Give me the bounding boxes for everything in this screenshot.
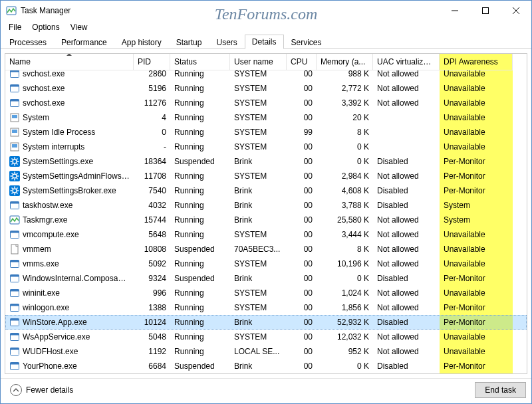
- cell-uac: Not allowed: [373, 169, 440, 183]
- process-name: vmcompute.exe: [23, 230, 79, 239]
- table-row[interactable]: WinStore.App.exe10124RunningBrink0052,93…: [5, 315, 527, 330]
- cell-dpi: Per-Monitor: [440, 300, 513, 315]
- cell-uac: [373, 110, 440, 125]
- close-button[interactable]: [501, 1, 531, 21]
- cell-name: vmcompute.exe: [5, 227, 134, 242]
- menu-options[interactable]: Options: [27, 21, 65, 33]
- col-header-uac[interactable]: UAC virtualizat...: [373, 54, 440, 70]
- tab-users[interactable]: Users: [209, 35, 244, 49]
- maximize-button[interactable]: [470, 1, 501, 21]
- cell-name: System interrupts: [5, 140, 134, 154]
- col-header-memory[interactable]: Memory (a...: [317, 54, 373, 70]
- cell-status: Running: [170, 96, 230, 110]
- table-row[interactable]: vmmem10808Suspended70A5BEC3...008 KNot a…: [5, 242, 527, 256]
- col-header-dpi[interactable]: DPI Awareness: [440, 54, 513, 70]
- cell-user: SYSTEM: [230, 330, 287, 344]
- tab-services[interactable]: Services: [284, 35, 329, 49]
- cell-pid: 10124: [134, 315, 170, 330]
- cell-user: Brink: [230, 315, 287, 330]
- table-row[interactable]: WindowsInternal.Composable...9324Suspend…: [5, 271, 527, 286]
- end-task-button[interactable]: End task: [475, 382, 526, 398]
- cell-name: svchost.exe: [5, 81, 134, 96]
- table-row[interactable]: vmcompute.exe5648RunningSYSTEM003,444 KN…: [5, 227, 527, 242]
- cell-name: winlogon.exe: [5, 300, 134, 315]
- cell-uac: Not allowed: [373, 256, 440, 271]
- table-row[interactable]: taskhostw.exe4032RunningBrink003,788 KDi…: [5, 198, 527, 213]
- col-header-status[interactable]: Status: [170, 54, 230, 70]
- tab-app-history[interactable]: App history: [114, 35, 169, 49]
- cell-status: Running: [170, 344, 230, 359]
- cell-pid: 0: [134, 125, 170, 140]
- cell-uac: Not allowed: [373, 300, 440, 315]
- minimize-button[interactable]: [440, 1, 470, 21]
- table-row[interactable]: winlogon.exe1388RunningSYSTEM001,856 KNo…: [5, 300, 527, 315]
- tab-details[interactable]: Details: [245, 35, 284, 49]
- table-row[interactable]: System4RunningSYSTEM0020 KUnavailable: [5, 110, 527, 125]
- menu-view[interactable]: View: [65, 21, 93, 33]
- cell-status: Suspended: [170, 242, 230, 256]
- table-row[interactable]: YourPhone.exe6684SuspendedBrink000 KDisa…: [5, 359, 527, 373]
- process-icon: [9, 156, 20, 167]
- cell-status: Running: [170, 140, 230, 154]
- cell-name: vmms.exe: [5, 256, 134, 271]
- col-header-name[interactable]: Name: [5, 54, 134, 70]
- table-row[interactable]: WUDFHost.exe1192RunningLOCAL SE...00952 …: [5, 344, 527, 359]
- cell-pid: 2860: [134, 70, 170, 81]
- cell-dpi: Unavailable: [440, 125, 513, 140]
- chevron-up-icon: [10, 384, 22, 396]
- col-header-user[interactable]: User name: [230, 54, 287, 70]
- cell-name: WinStore.App.exe: [5, 315, 134, 330]
- tab-strip: ProcessesPerformanceApp historyStartupUs…: [1, 34, 531, 49]
- table-row[interactable]: svchost.exe5196RunningSYSTEM002,772 KNot…: [5, 81, 527, 96]
- tab-startup[interactable]: Startup: [169, 35, 209, 49]
- process-name: svchost.exe: [23, 84, 65, 93]
- cell-name: WUDFHost.exe: [5, 344, 134, 359]
- cell-pid: 1388: [134, 300, 170, 315]
- cell-user: Brink: [230, 183, 287, 198]
- table-row[interactable]: Taskmgr.exe15744RunningBrink0025,580 KNo…: [5, 213, 527, 227]
- cell-status: Running: [170, 213, 230, 227]
- process-name: WsAppService.exe: [23, 332, 90, 342]
- process-icon: [9, 332, 20, 342]
- process-icon: [9, 258, 20, 269]
- table-body[interactable]: svchost.exe10524RunningSYSTEM001,892 KNo…: [5, 70, 527, 373]
- fewer-details-button[interactable]: Fewer details: [6, 383, 77, 397]
- table-row[interactable]: System Idle Process0RunningSYSTEM998 KUn…: [5, 125, 527, 140]
- cell-memory: 12,032 K: [317, 330, 373, 344]
- cell-uac: Disabled: [373, 154, 440, 169]
- cell-uac: Disabled: [373, 198, 440, 213]
- tab-performance[interactable]: Performance: [54, 35, 114, 49]
- table-row[interactable]: SystemSettings.exe18364SuspendedBrink000…: [5, 154, 527, 169]
- tab-processes[interactable]: Processes: [2, 35, 54, 49]
- process-icon: [9, 112, 20, 123]
- process-name: SystemSettingsAdminFlows.exe: [23, 171, 130, 181]
- process-name: WinStore.App.exe: [23, 318, 87, 327]
- cell-dpi: Unavailable: [440, 96, 513, 110]
- table-row[interactable]: SystemSettingsBroker.exe7540RunningBrink…: [5, 183, 527, 198]
- cell-cpu: 00: [287, 227, 317, 242]
- process-icon: [9, 98, 20, 108]
- process-name: taskhostw.exe: [23, 201, 72, 210]
- cell-status: Running: [170, 70, 230, 81]
- cell-cpu: 00: [287, 256, 317, 271]
- table-row[interactable]: WsAppService.exe5048RunningSYSTEM0012,03…: [5, 330, 527, 344]
- cell-uac: [373, 140, 440, 154]
- cell-cpu: 00: [287, 154, 317, 169]
- table-row[interactable]: SystemSettingsAdminFlows.exe11708Running…: [5, 169, 527, 183]
- process-icon: [9, 302, 20, 313]
- process-icon: [9, 317, 20, 328]
- cell-pid: 6684: [134, 359, 170, 373]
- menubar: FileOptionsView: [1, 21, 531, 34]
- col-header-cpu[interactable]: CPU: [287, 54, 317, 70]
- col-header-pid[interactable]: PID: [134, 54, 170, 70]
- table-row[interactable]: wininit.exe996RunningSYSTEM001,024 KNot …: [5, 286, 527, 300]
- menu-file[interactable]: File: [3, 21, 27, 33]
- table-row[interactable]: svchost.exe11276RunningSYSTEM003,392 KNo…: [5, 96, 527, 110]
- cell-cpu: 00: [287, 110, 317, 125]
- table-row[interactable]: svchost.exe2860RunningSYSTEM00988 KNot a…: [5, 70, 527, 81]
- cell-status: Running: [170, 315, 230, 330]
- table-row[interactable]: System interrupts-RunningSYSTEM000 KUnav…: [5, 140, 527, 154]
- cell-uac: Not allowed: [373, 344, 440, 359]
- table-row[interactable]: vmms.exe5092RunningSYSTEM0010,196 KNot a…: [5, 256, 527, 271]
- cell-dpi: Per-Monitor: [440, 169, 513, 183]
